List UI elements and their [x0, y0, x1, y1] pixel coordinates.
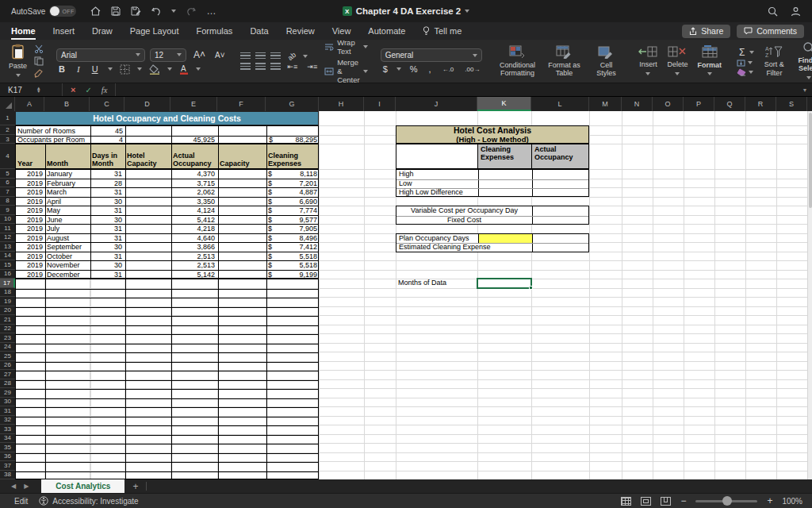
row-header-13[interactable]: 13: [0, 242, 15, 252]
autosave-toggle[interactable]: AutoSave OFF: [11, 6, 76, 17]
row-header-23[interactable]: 23: [0, 333, 15, 343]
title-chevron-icon[interactable]: [465, 10, 469, 13]
row-header-31[interactable]: 31: [0, 406, 15, 416]
row-header-7[interactable]: 7: [0, 187, 15, 197]
sheet-tab-cost-analytics[interactable]: Cost Analytics: [41, 479, 124, 493]
increase-indent-icon[interactable]: ⇥≡: [304, 63, 320, 71]
decrease-indent-icon[interactable]: ⇤≡: [285, 63, 301, 71]
row-header-15[interactable]: 15: [0, 260, 15, 270]
tab-draw[interactable]: Draw: [92, 22, 113, 40]
row-header-27[interactable]: 27: [0, 370, 15, 379]
insert-function-icon[interactable]: fx: [102, 86, 108, 94]
selected-cell-K17[interactable]: [477, 278, 532, 289]
cell[interactable]: 30: [90, 243, 122, 252]
cell-J7-diff[interactable]: High Low Difference: [396, 188, 588, 198]
monthly-row-september[interactable]: 2019September303,866$7,412: [16, 243, 318, 252]
font-size-select[interactable]: 12: [150, 48, 186, 62]
account-icon[interactable]: [791, 6, 801, 17]
comments-button[interactable]: Comments: [737, 25, 804, 38]
row-header-34[interactable]: 34: [0, 434, 15, 444]
row-header-26[interactable]: 26: [0, 361, 15, 371]
monthly-row-august[interactable]: 2019August314,640$8,496: [16, 234, 318, 244]
cell[interactable]: 2019: [16, 216, 43, 225]
cell[interactable]: 8,496: [218, 234, 317, 244]
comma-format-icon[interactable]: ,: [427, 64, 434, 74]
zoom-slider[interactable]: [695, 500, 757, 502]
cell[interactable]: 7,774: [218, 206, 317, 216]
column-header-A[interactable]: A: [15, 97, 44, 111]
table-title-cell[interactable]: Hotel Occupancy and Cleaning Costs: [15, 111, 319, 125]
cell[interactable]: 2019: [16, 179, 43, 189]
cell[interactable]: 4,640: [171, 234, 215, 244]
monthly-row-november[interactable]: 2019November302,513$5,518: [16, 261, 318, 271]
cell-J5-high[interactable]: High: [396, 170, 588, 179]
worksheet-grid[interactable]: 1234567891011121314151617181920212223242…: [0, 111, 812, 479]
cell[interactable]: 2019: [16, 261, 43, 271]
cell-J17-months-label[interactable]: Months of Data: [398, 279, 446, 288]
number-format-select[interactable]: General: [381, 48, 482, 62]
save-icon[interactable]: [111, 6, 121, 16]
font-color-dropdown-icon[interactable]: [196, 67, 201, 71]
column-header-S[interactable]: S: [776, 97, 807, 111]
cell[interactable]: 4,887: [218, 188, 317, 198]
name-box-steppers[interactable]: ▲▼: [36, 87, 41, 93]
increase-font-icon[interactable]: A˄: [191, 49, 208, 60]
row-header-11[interactable]: 11: [0, 224, 15, 233]
select-all-corner[interactable]: [0, 97, 15, 111]
cell[interactable]: 5,518: [218, 261, 317, 271]
header-year[interactable]: Year: [16, 160, 33, 167]
column-header-F[interactable]: F: [217, 97, 266, 111]
row-header-6[interactable]: 6: [0, 179, 15, 188]
header-actual-occupancy[interactable]: Actual Occupancy: [171, 152, 217, 167]
row-header-18[interactable]: 18: [0, 288, 15, 298]
tab-view[interactable]: View: [332, 22, 351, 40]
page-break-view-icon[interactable]: [661, 497, 671, 506]
tab-review[interactable]: Review: [286, 22, 315, 40]
cell[interactable]: 5,412: [171, 216, 215, 225]
merge-center-icon[interactable]: [324, 67, 334, 75]
cell-J10-fixed-cost[interactable]: Fixed Cost: [396, 216, 532, 225]
cell[interactable]: 2019: [16, 243, 43, 252]
cell[interactable]: 31: [90, 170, 122, 179]
sort-filter-button[interactable]: AZ Sort & Filter: [759, 44, 789, 79]
cell[interactable]: July: [47, 225, 90, 234]
page-layout-view-icon[interactable]: [641, 497, 651, 506]
borders-dropdown-icon[interactable]: [137, 67, 142, 71]
row-header-5[interactable]: 5: [0, 169, 15, 179]
cell[interactable]: 30: [90, 216, 122, 225]
format-cells-button[interactable]: Format: [695, 44, 724, 79]
column-header-D[interactable]: D: [124, 97, 170, 111]
column-header-K[interactable]: K: [477, 97, 531, 111]
monthly-row-may[interactable]: 2019May314,124$7,774: [16, 206, 318, 216]
cell[interactable]: April: [47, 198, 90, 207]
undo-dropdown-icon[interactable]: [171, 10, 176, 13]
zoom-in-icon[interactable]: +: [767, 495, 772, 506]
tab-home[interactable]: Home: [11, 22, 36, 40]
header-hotel-capacity[interactable]: Hotel Capacity: [125, 152, 170, 167]
tab-formulas[interactable]: Formulas: [197, 22, 233, 40]
column-header-P[interactable]: P: [684, 97, 714, 111]
formula-bar-expand-icon[interactable]: ▼: [798, 87, 812, 93]
cell[interactable]: 31: [90, 225, 122, 234]
accessibility-status[interactable]: Accessibility: Investigate: [39, 496, 138, 506]
cell[interactable]: 2019: [16, 198, 43, 207]
font-color-icon[interactable]: A: [179, 64, 189, 75]
wrap-text-dropdown-icon[interactable]: [363, 45, 368, 48]
currency-dropdown-icon[interactable]: [396, 67, 401, 71]
analysis-col-cleaning[interactable]: Cleaning Expenses: [477, 144, 532, 169]
row-header-36[interactable]: 36: [0, 452, 15, 462]
cell[interactable]: 31: [90, 252, 122, 262]
cell[interactable]: October: [47, 252, 90, 262]
cell[interactable]: 2019: [16, 225, 43, 234]
document-title[interactable]: Chapter 4 DA Exercise 2: [356, 6, 462, 16]
row-header-9[interactable]: 9: [0, 206, 15, 215]
normal-view-icon[interactable]: [621, 497, 631, 506]
cell[interactable]: 6,690: [218, 198, 317, 207]
row-header-20[interactable]: 20: [0, 306, 15, 316]
align-right-icon[interactable]: [270, 63, 281, 70]
cell[interactable]: 31: [90, 188, 122, 198]
header-month[interactable]: Month: [45, 160, 68, 167]
cell[interactable]: 4,124: [171, 206, 215, 216]
cell[interactable]: 28: [90, 179, 122, 189]
undo-button[interactable]: [151, 7, 161, 16]
